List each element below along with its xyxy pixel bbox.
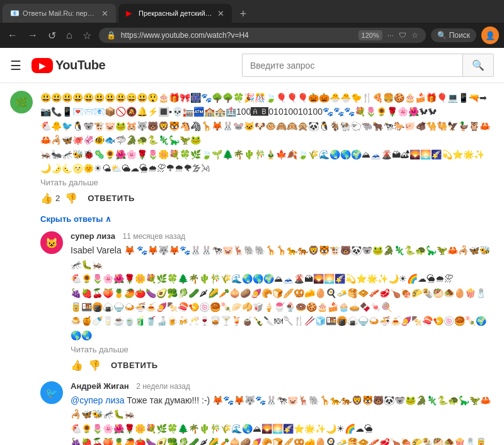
tab-2[interactable]: ▶ Прекрасный детский фильм ... ✕ [118,4,232,23]
reply2-time: 2 недели назад [136,382,190,391]
replies-section: 😺 супер лиза 11 месяцев назад Isabel Var… [40,231,494,445]
reply1-header: супер лиза 11 месяцев назад [71,231,494,241]
browser-chrome: 📧 Ответы Mail.Ru: переход по с... ✕ ▶ Пр… [0,0,504,48]
user-icon: 👤 [485,31,495,40]
top-comment-like-button[interactable]: 👍 2 [40,192,60,204]
top-comment-read-more[interactable]: Читать дальше [40,178,494,187]
address-bar: ← → ↺ ⌂ ☆ 🔒 https://www.youtube.com/watc… [0,23,504,48]
refresh-button[interactable]: ↺ [45,28,59,43]
menu-icon[interactable]: ☰ [10,58,21,73]
reply1-time: 11 месяцев назад [123,232,186,241]
reply1-reply-button[interactable]: ОТВЕТИТЬ [106,361,163,370]
reply1-like-icon: 👍 [71,359,83,371]
dislike-icon: 👎 [65,192,77,204]
reply1-emojis-2: 🐔🌻🌷🌸🌺🌹🌼💐🌿🍀🌲🌴🌵🎋🌾🌊🌏🌎🌍⛰🗻🌋🏔🌄🌅🌠💫⭐🌟✨🌙☀🌈☁🌦🌧⛈ [71,272,494,286]
reply2-mention[interactable]: @супер лиза [71,395,124,405]
reply1-actions: 👍 👎 ОТВЕТИТЬ [71,359,494,371]
like-count: 2 [55,194,60,203]
reply1-content: супер лиза 11 месяцев назад Isabel Varel… [71,231,494,371]
reply1-emojis-4: 🍮🍯🍼🥛☕🍵🧃🥤🍶🍺🍻🥂🍷🥃🍸🍹🧉🍾🔪🍽🥄🍴🥢🧊🍱🍘🍙🍚🍛🍜🍝🍠🍢🍣🍤🍥🥮🍡🌍🌎… [71,314,494,342]
tab2-title: Прекрасный детский фильм ... [139,9,214,17]
comments-section: 🌿 😃😃😃😃😃😃😃😃😄😃😲🎂🎁🎀🎆🐾🌳🌳🍀🎉🎊🍃🎈🎈🎈🎃🎃🐣🐣🐤🍴🍕🍔🍪🎂🍰🎁🎈… [0,83,504,445]
shield-icon: 🛡 [399,31,406,40]
top-comment-emojis-3: 🐔🐥🐦🐧🐨🐮🐷🐸🐹🐺🐻🦁🐯🐴🦓🦒🦊🐰🐭🐱🐶🐵🙈🙉🙊🐼🐧🐐🐏🐑🐃🐂🐄🐎🐖🐗🐪🐫🦅🦆… [40,119,494,147]
reply2-text: Тоже так думаю!!! :-) [127,395,210,405]
url-box[interactable]: 🔒 https://www.youtube.com/watch?v=H4 120… [99,28,426,43]
tab1-favicon: 📧 [10,9,19,18]
top-comment-reply-button[interactable]: ОТВЕТИТЬ [83,194,140,203]
reply2-emojis-2: 🐔🌻🌷🌸🌺🌹🌼💐🌿🍀🌲🌴🌵🎋🌾🌊🌏⛰🌄🌅🌠⭐🌟✨🌙☀🌈☁🌦 [71,422,494,436]
back-button[interactable]: ← [5,28,20,42]
reply-1: 😺 супер лиза 11 месяцев назад Isabel Var… [40,231,494,371]
youtube-search-input[interactable] [243,55,462,76]
zoom-level: 120% [358,30,382,40]
top-comment-emojis-1: 😃😃😃😃😃😃😃😃😄😃😲🎂🎁🎀🎆🐾🌳🌳🍀🎉🎊🍃🎈🎈🎈🎃🎃🐣🐣🐤🍴🍕🍔🍪🎂🍰🎁🎈💻📱… [40,91,494,105]
like-icon: 👍 [40,192,53,204]
reply2-text-main: @супер лиза Тоже так думаю!!! :-) 🦊🐾🦊🐺🐾🐰… [71,393,494,422]
reply1-avatar-letter: 😺 [45,237,58,249]
reply2-emojis-3: 🍇🍓🍒🍑🍍🥭🍅🍆🥑🥦🥬🥒🌶🌽🥕🧅🥔🍠🥐🍞🥖🥨🧀🥚🍳🧈🥞🧇🥓🥩🍗🍖🌮🌯🥙🧆🍿🧂🥫🍱… [71,436,494,445]
tab2-close-icon[interactable]: ✕ [217,9,224,18]
star-icon[interactable]: ☆ [411,31,418,40]
tabs-bar: 📧 Ответы Mail.Ru: переход по с... ✕ ▶ Пр… [0,0,504,23]
reply1-dislike-icon: 👎 [88,359,101,371]
reply1-avatar: 😺 [40,231,63,254]
search-icon: 🔍 [437,31,447,40]
reply2-content: Андрей Жиган 2 недели назад @супер лиза … [71,381,494,445]
add-tab-button[interactable]: + [234,5,252,23]
reply2-avatar: 🐦 [40,381,63,404]
tab1-title: Ответы Mail.Ru: переход по с... [23,9,98,17]
tab-1[interactable]: 📧 Ответы Mail.Ru: переход по с... ✕ [3,4,116,23]
reply-2: 🐦 Андрей Жиган 2 недели назад @супер лиз… [40,381,494,445]
top-comment: 🌿 😃😃😃😃😃😃😃😃😄😃😲🎂🎁🎀🎆🐾🌳🌳🍀🎉🎊🍃🎈🎈🎈🎃🎃🐣🐣🐤🍴🍕🍔🍪🎂🍰🎁🎈… [10,91,494,204]
reply2-avatar-letter: 🐦 [45,387,58,399]
youtube-logo-icon: ▶ [32,58,53,73]
reply1-prefix: Isabel Varela 🦊 [71,245,135,255]
youtube-logo[interactable]: ▶ YouTube [32,58,105,73]
hide-replies-label: Скрыть ответы [40,214,103,224]
top-comment-avatar: 🌿 [10,91,33,113]
url-text: https://www.youtube.com/watch?v=H4 [121,31,353,40]
top-comment-actions: 👍 2 👎 ОТВЕТИТЬ [40,192,494,204]
youtube-logo-text: YouTube [55,58,105,72]
chevron-up-icon: ∧ [105,214,112,224]
reply2-username: Андрей Жиган [71,381,129,391]
reply1-text-prefix: Isabel Varela 🦊 🐾🦊🐺🦊🐾🐰🐰🐄🐷🦌🐘🐘🦒🦒🐆🐅🦁🐯🐮🐻🐼🐨🐸🐊… [71,243,494,272]
home-button[interactable]: ⌂ [64,28,75,42]
tab1-close-icon[interactable]: ✕ [101,9,108,18]
top-comment-dislike-button[interactable]: 👎 [65,192,77,204]
reply1-read-more[interactable]: Читать дальше [71,345,494,354]
youtube-search-button[interactable]: 🔍 [462,54,493,76]
top-comment-content: 😃😃😃😃😃😃😃😃😄😃😲🎂🎁🎀🎆🐾🌳🌳🍀🎉🎊🍃🎈🎈🎈🎃🎃🐣🐣🐤🍴🍕🍔🍪🎂🍰🎁🎈💻📱… [40,91,494,204]
youtube-page: ☰ ▶ YouTube 🔍 🌿 😃😃😃😃😃😃😃😃😄😃😲🎂🎁🎀🎆🐾🌳🌳🍀🎉🎊🍃🎈🎈… [0,48,504,445]
lock-icon: 🔒 [106,31,116,40]
reply1-like-button[interactable]: 👍 [71,359,83,371]
search-box[interactable]: 🔍 Поиск [431,28,476,42]
top-comment-emojis-2: 📷📞📱💌📨📧📦🚫🔕🔔⚡🔳▪💀🏣🏧🏫🏤🏥100🅰🅱01010010100🐾🐾🐾💐🌷… [40,105,494,118]
user-avatar-button[interactable]: 👤 [481,26,499,44]
reply1-dislike-button[interactable]: 👎 [88,359,101,371]
reply1-emojis-3: 🍇🍓🍒🍑🍍🥭🍅🍆🥑🥦🥬🥒🌶🌽🥕🧅🥔🍠🥐🍞🥖🥨🧀🥚🍳🧈🥞🧇🥓🥩🍗🍖🌮🌯🥙🧆🥚🍿🧂🥫… [71,286,494,315]
top-comment-emojis-4: 🦗🐜🦟🐝🐞🦠🌻🌺🌸🌹🌷🌼💐🍀🌿🍃🌱🌲🌴🌵🎋🎍🍁🍂🍃🌾🌊🌏🌎🌍⛰🗻🌋🏔🏕🌄🌅🌠💫⭐… [40,147,494,176]
youtube-search-box: 🔍 [242,54,494,77]
bookmarks-button[interactable]: ☆ [80,28,94,43]
forward-button[interactable]: → [25,28,40,42]
avatar-image: 🌿 [15,96,28,108]
hide-replies-button[interactable]: Скрыть ответы ∧ [40,214,494,224]
youtube-header: ☰ ▶ YouTube 🔍 [0,48,504,83]
tab2-favicon: ▶ [126,9,135,18]
reply2-header: Андрей Жиган 2 недели назад [71,381,494,391]
search-label: Поиск [449,31,470,40]
reply1-username: супер лиза [71,231,115,241]
more-options-icon: ··· [387,31,394,40]
